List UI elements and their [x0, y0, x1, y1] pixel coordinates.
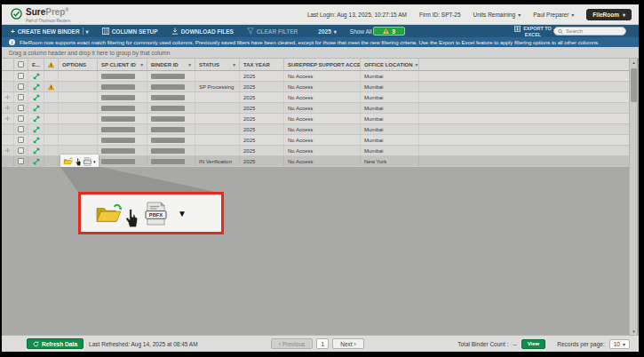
row-select-cell[interactable]	[14, 92, 28, 102]
clear-filter-button[interactable]: CLEAR FILTER	[247, 28, 298, 35]
row-expand-cell[interactable]	[28, 103, 44, 113]
table-row[interactable]: 2025No AccessMumbai	[2, 114, 629, 124]
move-row-icon[interactable]	[5, 115, 10, 123]
chevron-down-icon[interactable]: ▾	[86, 28, 89, 35]
move-row-icon[interactable]	[5, 104, 10, 112]
row-options-cell[interactable]: ▾	[59, 156, 98, 166]
row-expand-cell[interactable]	[28, 146, 44, 155]
create-new-binder-button[interactable]: + CREATE NEW BINDER ▾	[11, 28, 89, 36]
scroll-up-arrow[interactable]: ▴	[630, 60, 638, 65]
options-caret-icon[interactable]: ▾	[93, 159, 96, 164]
filter-caret-icon[interactable]: ▾	[230, 62, 235, 67]
support-access-cell: No Access	[284, 124, 361, 134]
column-setup-button[interactable]: COLUMN SETUP	[102, 28, 158, 35]
pbfx-download-icon[interactable]	[83, 157, 91, 166]
open-binder-expand-icon[interactable]	[33, 73, 40, 80]
open-binder-expand-icon[interactable]	[33, 105, 40, 112]
redacted-value	[101, 138, 135, 143]
table-row[interactable]: 2025No AccessMumbai	[2, 71, 629, 82]
row-select-cell[interactable]	[14, 114, 28, 123]
column-header-office[interactable]: OFFICE LOCATION▾	[361, 59, 419, 70]
alert-count-badge[interactable]: 3	[373, 27, 405, 36]
open-binder-expand-icon[interactable]	[33, 94, 40, 101]
user-menu[interactable]: Paul Preparer▾	[533, 12, 574, 18]
export-to-excel-button[interactable]: EXPORT TO EXCEL	[506, 25, 560, 37]
scroll-down-arrow[interactable]: ▾	[630, 329, 638, 334]
move-row-icon[interactable]	[5, 93, 10, 101]
table-row[interactable]: 2025No AccessMumbai	[2, 135, 629, 146]
open-binder-icon[interactable]	[95, 202, 122, 225]
column-header-select[interactable]	[14, 59, 28, 70]
row-move-cell[interactable]	[2, 92, 14, 102]
records-per-page-select[interactable]: 10 ▾	[609, 339, 630, 349]
row-expand-cell[interactable]	[28, 156, 44, 166]
table-row[interactable]: SP Processing2025No AccessMumbai	[2, 82, 629, 92]
column-header-status[interactable]: STATUS▾	[195, 59, 240, 70]
row-checkbox[interactable]	[18, 126, 24, 132]
next-page-button[interactable]: Next ›	[332, 338, 363, 349]
row-expand-cell[interactable]	[28, 92, 44, 102]
open-binder-expand-icon[interactable]	[33, 137, 40, 144]
column-header-binder_id[interactable]: BINDER ID▾	[147, 59, 195, 70]
filter-caret-icon[interactable]: ▾	[186, 62, 191, 67]
tax-year-dropdown[interactable]: 2025 ▾	[318, 28, 336, 35]
open-binder-expand-icon[interactable]	[33, 115, 40, 123]
row-checkbox[interactable]	[18, 137, 24, 143]
row-select-cell[interactable]	[14, 124, 28, 134]
row-select-cell[interactable]	[14, 71, 28, 81]
row-checkbox[interactable]	[18, 94, 24, 100]
options-dropdown-caret-icon[interactable]: ▼	[178, 209, 187, 218]
open-binder-icon[interactable]	[63, 157, 73, 165]
row-expand-cell[interactable]	[28, 114, 44, 123]
move-row-icon[interactable]	[5, 147, 10, 155]
row-select-cell[interactable]	[14, 103, 28, 113]
row-checkbox[interactable]	[18, 115, 24, 122]
row-expand-cell[interactable]	[28, 135, 44, 145]
row-select-cell[interactable]	[14, 135, 28, 145]
row-checkbox[interactable]	[18, 83, 24, 90]
search-input[interactable]	[566, 28, 622, 34]
scrollbar-thumb[interactable]	[631, 68, 637, 102]
open-binder-expand-icon[interactable]	[33, 83, 40, 91]
view-count-button[interactable]: View	[521, 339, 546, 349]
row-select-cell[interactable]	[14, 82, 28, 91]
row-expand-cell[interactable]	[28, 124, 44, 134]
column-header-options[interactable]: OPTIONS	[59, 59, 98, 70]
vertical-scrollbar[interactable]: ▴ ▾	[629, 59, 637, 335]
column-header-sp_client_id[interactable]: SP CLIENT ID▾	[98, 59, 147, 70]
open-binder-expand-icon[interactable]	[33, 147, 40, 155]
select-all-checkbox[interactable]	[18, 61, 24, 67]
row-move-cell[interactable]	[2, 146, 14, 155]
row-move-cell[interactable]	[2, 114, 14, 123]
row-checkbox[interactable]	[18, 105, 24, 111]
units-remaining-dropdown[interactable]: Units Remaining▾	[473, 12, 521, 18]
download-files-button[interactable]: DOWNLOAD FILES	[171, 28, 234, 35]
column-header-tax_year[interactable]: TAX YEAR	[240, 59, 284, 70]
warning-icon	[383, 28, 389, 34]
group-by-bar[interactable]: Drag a column header and drop it here to…	[2, 47, 639, 59]
table-row[interactable]: 2025No AccessMumbai	[2, 124, 629, 135]
filter-caret-icon[interactable]: ▾	[413, 62, 418, 67]
column-header-support[interactable]: SUREPREP SUPPORT ACCESS	[284, 59, 361, 70]
refresh-data-button[interactable]: Refresh Data	[27, 338, 83, 349]
row-expand-cell[interactable]	[28, 71, 44, 81]
current-page[interactable]: 1	[316, 338, 329, 349]
open-binder-expand-icon[interactable]	[33, 158, 40, 165]
table-row[interactable]: 2025No AccessMumbai	[2, 103, 629, 114]
row-move-cell[interactable]	[2, 103, 14, 113]
row-checkbox[interactable]	[18, 147, 24, 154]
pbfx-download-icon[interactable]: PBFX	[145, 202, 167, 226]
filter-caret-icon[interactable]: ▾	[138, 62, 143, 67]
row-expand-cell[interactable]	[28, 82, 44, 91]
previous-page-button[interactable]: ‹ Previous	[271, 338, 313, 349]
open-binder-expand-icon[interactable]	[33, 126, 40, 133]
column-header-efile[interactable]: E...	[28, 59, 44, 70]
row-select-cell[interactable]	[14, 156, 28, 166]
row-select-cell[interactable]	[14, 146, 28, 155]
table-row[interactable]: ▾IN Verification2025No AccessNew York	[2, 156, 629, 167]
row-checkbox[interactable]	[18, 73, 24, 79]
row-checkbox[interactable]	[18, 158, 24, 164]
chevron-down-icon: ▾	[623, 341, 625, 347]
table-row[interactable]: 2025No AccessMumbai	[2, 92, 629, 103]
app-switcher-button[interactable]: FileRoom▾	[586, 9, 632, 20]
